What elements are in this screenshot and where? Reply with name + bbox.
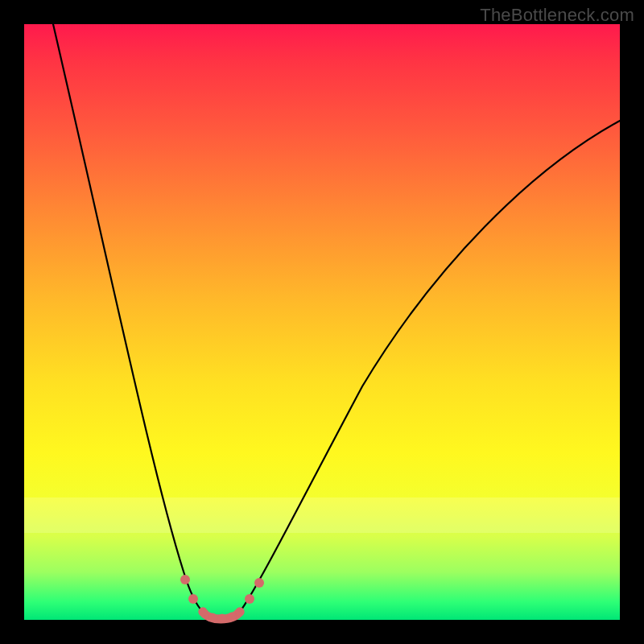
valley-dot [218,614,227,623]
valley-dot [245,594,254,604]
valley-dot [180,575,190,584]
valley-dots [180,575,264,623]
valley-dot [199,608,208,617]
watermark-label: TheBottleneck.com [480,5,634,26]
valley-dot [188,594,198,604]
valley-dot [228,613,237,621]
chart-plot-area [24,24,620,620]
curve-layer [24,24,620,620]
valley-dot [236,608,245,617]
valley-dot [208,613,217,622]
curve-left-branch [53,24,203,612]
valley-dot [254,578,264,588]
curve-right-branch [240,121,620,612]
